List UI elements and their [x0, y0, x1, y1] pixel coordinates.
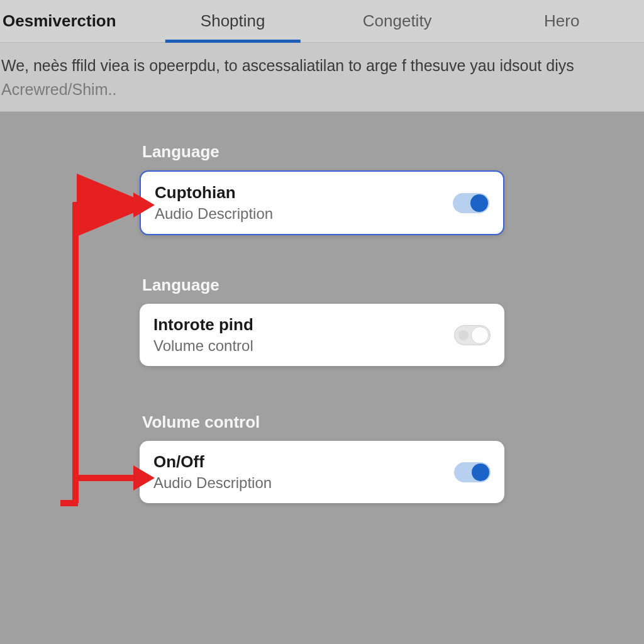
card-subtitle: Volume control [153, 337, 253, 355]
card-text: Intorote pind Volume control [153, 315, 253, 355]
tab-hero[interactable]: Hero [479, 0, 644, 42]
toggle-cuptohian[interactable] [453, 193, 489, 213]
toggle-knob [471, 326, 489, 344]
card-intorote[interactable]: Intorote pind Volume control [140, 304, 504, 366]
description-line1: We, neès ffild viea is opeerpdu, to asce… [1, 54, 640, 77]
tab-label: Congetity [363, 11, 432, 30]
section-language-1: Language Cuptohian Audio Description [140, 142, 504, 235]
card-text: Cuptohian Audio Description [155, 183, 273, 223]
toggle-intorote[interactable] [454, 325, 491, 345]
card-subtitle: Audio Description [153, 474, 272, 492]
card-title: Cuptohian [155, 183, 273, 203]
tab-oesmiverction[interactable]: Oesmiverction [0, 0, 150, 42]
card-subtitle: Audio Description [155, 205, 273, 223]
tab-label: Shopting [201, 11, 265, 30]
card-title: Intorote pind [153, 315, 253, 335]
tab-bar: Oesmiverction Shopting Congetity Hero [0, 0, 644, 43]
card-text: On/Off Audio Description [153, 452, 272, 492]
tab-shopting[interactable]: Shopting [150, 0, 315, 42]
section-language-2: Language Intorote pind Volume control [140, 275, 504, 366]
section-heading: Language [140, 142, 504, 162]
toggle-knob [470, 194, 488, 212]
toggle-onoff[interactable] [454, 462, 491, 482]
card-cuptohian[interactable]: Cuptohian Audio Description [140, 170, 504, 235]
toggle-knob [472, 464, 489, 481]
tab-label: Oesmiverction [3, 11, 116, 30]
section-volume-control: Volume control On/Off Audio Description [140, 413, 504, 503]
section-heading: Volume control [140, 413, 504, 432]
tab-congetity[interactable]: Congetity [315, 0, 480, 42]
section-heading: Language [140, 275, 504, 295]
tab-label: Hero [544, 11, 579, 30]
description-line2: Acrewred/Shim.. [1, 80, 640, 99]
description-bar: We, neès ffild viea is opeerpdu, to asce… [0, 43, 644, 112]
card-onoff[interactable]: On/Off Audio Description [140, 441, 504, 503]
card-title: On/Off [153, 452, 272, 472]
toggle-knob-inner [458, 330, 469, 340]
